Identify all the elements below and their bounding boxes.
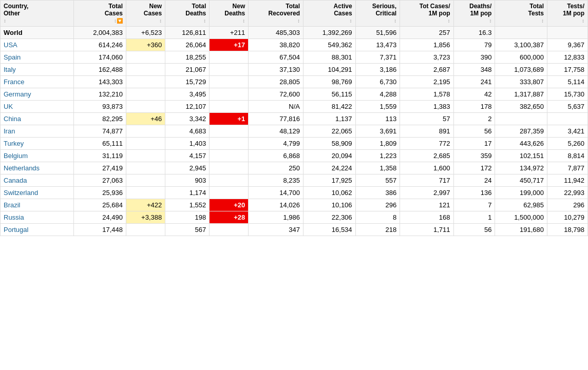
- cell-total-recovered: 77,816: [249, 113, 304, 125]
- cell-tests-1m: 9,367: [547, 39, 587, 51]
- cell-country: Portugal: [1, 224, 74, 236]
- cell-tests-1m: 18,798: [547, 224, 587, 236]
- cell-serious-critical: 7,371: [355, 51, 400, 64]
- cell-new-cases: [126, 125, 165, 138]
- cell-total-cases: 25,936: [74, 187, 126, 199]
- cell-total-deaths: 2,945: [165, 162, 210, 174]
- cell-new-deaths: [210, 138, 249, 150]
- cell-active-cases: 17,925: [303, 174, 355, 187]
- country-link[interactable]: Brazil: [4, 201, 21, 209]
- cell-country: China: [1, 113, 74, 125]
- country-link[interactable]: Portugal: [4, 226, 28, 233]
- country-link[interactable]: Spain: [4, 53, 21, 61]
- country-link[interactable]: France: [4, 78, 24, 86]
- cell-total-recovered: 28,805: [249, 76, 304, 88]
- country-link[interactable]: Belgium: [4, 152, 28, 160]
- country-link[interactable]: Italy: [4, 66, 16, 73]
- cell-tests-1m: 12,833: [547, 51, 587, 64]
- header-deaths-1m[interactable]: Deaths/1M pop ↕: [453, 1, 495, 27]
- cell-total-deaths: 903: [165, 174, 210, 187]
- cell-deaths-1m: 42: [453, 88, 495, 101]
- cell-country: Iran: [1, 125, 74, 138]
- cell-total-cases: 31,119: [74, 150, 126, 162]
- header-country[interactable]: Country,Other ↕: [1, 1, 74, 27]
- cell-total-tests: 1,500,000: [495, 211, 547, 224]
- cell-total-tests: 382,650: [495, 101, 547, 113]
- cell-country: Belgium: [1, 150, 74, 162]
- cell-total-recovered: 4,799: [249, 138, 304, 150]
- cell-total-deaths: 26,064: [165, 39, 210, 51]
- cell-total-cases: 17,448: [74, 224, 126, 236]
- country-link[interactable]: UK: [4, 103, 13, 110]
- cell-new-cases: +360: [126, 39, 165, 51]
- cell-serious-critical: 8: [355, 211, 400, 224]
- cell-total-cases: 162,488: [74, 64, 126, 76]
- cell-total-cases: 27,419: [74, 162, 126, 174]
- cell-total-deaths: 567: [165, 224, 210, 236]
- sort-icon-new-cases: ↕: [159, 18, 162, 24]
- cell-active-cases: 10,106: [303, 199, 355, 211]
- cell-serious-critical: 1,358: [355, 162, 400, 174]
- cell-tot-cases-1m: 121: [400, 199, 453, 211]
- cell-tot-cases-1m: 772: [400, 138, 453, 150]
- cell-total-deaths: 1,552: [165, 199, 210, 211]
- world-total-tests: [495, 27, 547, 39]
- cell-total-cases: 65,111: [74, 138, 126, 150]
- header-serious-critical[interactable]: Serious,Critical ↕: [355, 1, 400, 27]
- header-total-tests[interactable]: TotalTests ↕: [495, 1, 547, 27]
- cell-new-deaths: [210, 125, 249, 138]
- table-row: Netherlands 27,419 2,945 250 24,224 1,35…: [1, 162, 588, 174]
- cell-active-cases: 22,306: [303, 211, 355, 224]
- header-total-cases[interactable]: TotalCases ↕🔽: [74, 1, 126, 27]
- cell-new-cases: [126, 64, 165, 76]
- table-row: Belgium 31,119 4,157 6,868 20,094 1,223 …: [1, 150, 588, 162]
- header-total-recovered[interactable]: TotalRecovered ↕: [249, 1, 304, 27]
- header-new-deaths[interactable]: NewDeaths ↕: [210, 1, 249, 27]
- cell-serious-critical: 1,559: [355, 101, 400, 113]
- cell-serious-critical: 1,223: [355, 150, 400, 162]
- country-link[interactable]: Turkey: [4, 140, 24, 147]
- cell-active-cases: 81,422: [303, 101, 355, 113]
- country-link[interactable]: China: [4, 115, 21, 123]
- cell-new-cases: [126, 76, 165, 88]
- header-tot-cases-1m[interactable]: Tot Cases/1M pop ↕: [400, 1, 453, 27]
- cell-total-recovered: 347: [249, 224, 304, 236]
- cell-total-recovered: 48,129: [249, 125, 304, 138]
- sort-icon-country: ↕: [4, 18, 6, 24]
- table-row: France 143,303 15,729 28,805 98,769 6,73…: [1, 76, 588, 88]
- header-total-deaths[interactable]: TotalDeaths ↕: [165, 1, 210, 27]
- cell-total-recovered: 1,986: [249, 211, 304, 224]
- cell-total-tests: 443,626: [495, 138, 547, 150]
- country-link[interactable]: Russia: [4, 213, 24, 221]
- header-row: Country,Other ↕ TotalCases ↕🔽 NewCases ↕…: [1, 1, 588, 27]
- cell-active-cases: 1,137: [303, 113, 355, 125]
- cell-total-cases: 82,295: [74, 113, 126, 125]
- cell-new-deaths: [210, 174, 249, 187]
- header-tests-1m[interactable]: Tests/1M pop ↕: [547, 1, 587, 27]
- table-row: Spain 174,060 18,255 67,504 88,301 7,371…: [1, 51, 588, 64]
- cell-total-deaths: 1,403: [165, 138, 210, 150]
- cell-active-cases: 104,291: [303, 64, 355, 76]
- cell-total-recovered: N/A: [249, 101, 304, 113]
- country-link[interactable]: Germany: [4, 90, 31, 98]
- country-link[interactable]: Switzerland: [4, 189, 38, 197]
- cell-serious-critical: 1,809: [355, 138, 400, 150]
- cell-tests-1m: 11,942: [547, 174, 587, 187]
- country-link[interactable]: Netherlands: [4, 164, 40, 172]
- header-new-cases[interactable]: NewCases ↕: [126, 1, 165, 27]
- table-row: Iran 74,877 4,683 48,129 22,065 3,691 89…: [1, 125, 588, 138]
- sort-icon-serious-critical: ↕: [394, 18, 396, 24]
- country-link[interactable]: Iran: [4, 127, 15, 135]
- country-link[interactable]: USA: [4, 41, 17, 49]
- cell-tot-cases-1m: 2,685: [400, 150, 453, 162]
- cell-new-deaths: [210, 150, 249, 162]
- cell-new-deaths: [210, 224, 249, 236]
- cell-active-cases: 58,909: [303, 138, 355, 150]
- sort-icon-total-recovered: ↕: [297, 18, 300, 24]
- country-link[interactable]: Canada: [4, 177, 27, 184]
- world-deaths-1m: 16.3: [453, 27, 495, 39]
- cell-tot-cases-1m: 891: [400, 125, 453, 138]
- cell-deaths-1m: 178: [453, 101, 495, 113]
- header-active-cases[interactable]: ActiveCases ↕: [303, 1, 355, 27]
- cell-tests-1m: 10,279: [547, 211, 587, 224]
